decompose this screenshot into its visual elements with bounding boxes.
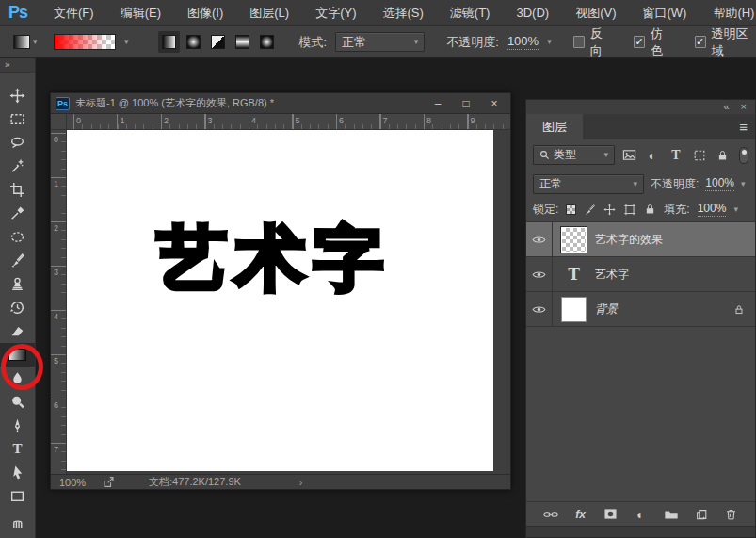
filter-type-select[interactable]: 类型 ▾: [533, 145, 615, 165]
filter-adjustment-layers-icon[interactable]: ◐: [644, 146, 662, 165]
lock-position-icon[interactable]: [603, 204, 616, 216]
panel-menu-icon[interactable]: ≡: [739, 114, 755, 139]
menu-item[interactable]: 视图(V): [562, 0, 629, 25]
blur-tool[interactable]: [0, 367, 35, 390]
ruler-origin-corner[interactable]: [51, 114, 67, 130]
fill-value[interactable]: 100%: [698, 202, 727, 217]
move-tool[interactable]: [0, 84, 35, 107]
menu-item[interactable]: 帮助(H): [700, 0, 756, 25]
document-size-info[interactable]: 文档:477.2K/127.9K: [149, 475, 241, 489]
layer-thumbnail-type[interactable]: T: [561, 262, 587, 287]
visibility-toggle[interactable]: [526, 222, 553, 256]
magic-wand-tool[interactable]: [0, 155, 35, 178]
chevron-down-icon[interactable]: ▾: [124, 38, 129, 46]
chevron-down-icon[interactable]: ▾: [547, 38, 552, 46]
lock-all-icon[interactable]: [644, 203, 656, 216]
horizontal-ruler[interactable]: 0123456789: [67, 114, 510, 130]
filter-shape-layers-icon[interactable]: [690, 146, 708, 165]
hand-tool[interactable]: [0, 508, 35, 531]
history-brush-tool[interactable]: [0, 296, 35, 319]
diamond-gradient-button[interactable]: [256, 31, 278, 53]
visibility-toggle[interactable]: [526, 257, 553, 291]
blend-mode-select[interactable]: 正常 ▾: [335, 32, 425, 52]
path-selection-tool[interactable]: [0, 461, 35, 484]
panel-collapse-icon[interactable]: «: [723, 102, 729, 112]
delete-layer-icon[interactable]: [723, 506, 740, 523]
filter-type-layers-icon[interactable]: T: [667, 146, 684, 165]
stamp-icon: [9, 276, 25, 292]
gradient-tool[interactable]: [0, 343, 35, 367]
type-tool[interactable]: T: [0, 437, 35, 461]
link-layers-icon[interactable]: [542, 506, 559, 523]
filter-toggle-switch[interactable]: [739, 147, 748, 164]
rectangular-marquee-tool[interactable]: [0, 107, 35, 131]
lock-pixels-icon[interactable]: [584, 204, 596, 216]
layer-blend-mode-select[interactable]: 正常 ▾: [533, 174, 644, 194]
zoom-level[interactable]: 100%: [59, 477, 91, 488]
gradient-preview[interactable]: [54, 34, 117, 50]
tab-layers[interactable]: 图层: [526, 114, 583, 139]
spot-healing-brush-tool[interactable]: [0, 225, 35, 249]
layer-style-icon[interactable]: fx: [572, 506, 589, 523]
filter-smart-object-icon[interactable]: [714, 146, 732, 165]
transparency-checkbox[interactable]: ✓: [695, 36, 706, 48]
minimize-button[interactable]: –: [426, 94, 449, 113]
status-expand-arrow[interactable]: ›: [299, 477, 303, 488]
pen-tool[interactable]: [0, 414, 35, 437]
new-layer-icon[interactable]: [693, 506, 710, 523]
adjustment-layer-icon[interactable]: ◐: [633, 506, 650, 523]
maximize-button[interactable]: □: [455, 94, 477, 113]
menu-item[interactable]: 编辑(E): [107, 0, 174, 25]
panel-close-icon[interactable]: ×: [741, 102, 747, 112]
layer-mask-icon[interactable]: [603, 506, 619, 523]
lasso-tool[interactable]: [0, 131, 35, 155]
new-group-icon[interactable]: [663, 506, 680, 523]
chevron-down-icon[interactable]: ▾: [741, 180, 746, 188]
menu-item[interactable]: 文件(F): [40, 0, 107, 25]
canvas[interactable]: 艺术字: [67, 130, 493, 471]
opacity-value[interactable]: 100%: [507, 34, 539, 50]
layer-name[interactable]: 艺术字的效果: [595, 232, 663, 248]
reflected-gradient-button[interactable]: [232, 31, 253, 53]
menu-item[interactable]: 选择(S): [370, 0, 437, 25]
rectangle-tool[interactable]: [0, 484, 35, 508]
layer-opacity-value[interactable]: 100%: [705, 176, 734, 191]
layer-row-art-effect[interactable]: 艺术字的效果: [526, 222, 755, 257]
layer-thumbnail[interactable]: [561, 227, 587, 253]
filter-pixel-layers-icon[interactable]: [620, 146, 638, 165]
menu-item[interactable]: 窗口(W): [629, 0, 700, 25]
layer-row-background[interactable]: 背景: [526, 292, 755, 327]
layer-thumbnail[interactable]: [561, 297, 587, 322]
chevron-down-icon[interactable]: ▾: [733, 205, 738, 214]
eyedropper-tool[interactable]: [0, 202, 35, 225]
tool-preset-picker[interactable]: ▾: [13, 35, 38, 49]
layers-list: 艺术字的效果 T 艺术字 背景: [526, 221, 755, 327]
menu-item[interactable]: 3D(D): [503, 0, 562, 25]
visibility-toggle[interactable]: [526, 292, 553, 326]
close-button[interactable]: ×: [483, 94, 506, 113]
menu-item[interactable]: 文字(Y): [302, 0, 369, 25]
document-title-bar[interactable]: Ps 未标题-1 @ 100% (艺术字的效果, RGB/8) * – □ ×: [51, 93, 510, 114]
export-icon[interactable]: [103, 476, 115, 488]
menu-item[interactable]: 图像(I): [174, 0, 236, 25]
lock-transparency-icon[interactable]: [566, 204, 576, 215]
toolbar-collapse-button[interactable]: »: [0, 58, 35, 73]
lock-artboard-icon[interactable]: [623, 204, 636, 216]
radial-gradient-button[interactable]: [183, 31, 204, 53]
crop-tool[interactable]: [0, 178, 35, 202]
dither-checkbox[interactable]: ✓: [634, 36, 645, 48]
linear-gradient-button[interactable]: [158, 31, 180, 53]
eraser-tool[interactable]: [0, 319, 35, 343]
layer-name[interactable]: 艺术字: [595, 267, 629, 283]
angle-gradient-button[interactable]: [207, 31, 229, 53]
dodge-tool[interactable]: [0, 390, 35, 414]
vertical-ruler[interactable]: 01234567: [51, 130, 67, 474]
layers-empty-area[interactable]: [526, 327, 755, 501]
menu-item[interactable]: 图层(L): [236, 0, 302, 25]
layer-row-text[interactable]: T 艺术字: [526, 257, 755, 292]
menu-item[interactable]: 滤镜(T): [437, 0, 504, 25]
clone-stamp-tool[interactable]: [0, 272, 35, 296]
brush-tool[interactable]: [0, 249, 35, 272]
layer-name[interactable]: 背景: [595, 302, 618, 318]
reverse-checkbox[interactable]: ✓: [573, 36, 585, 48]
